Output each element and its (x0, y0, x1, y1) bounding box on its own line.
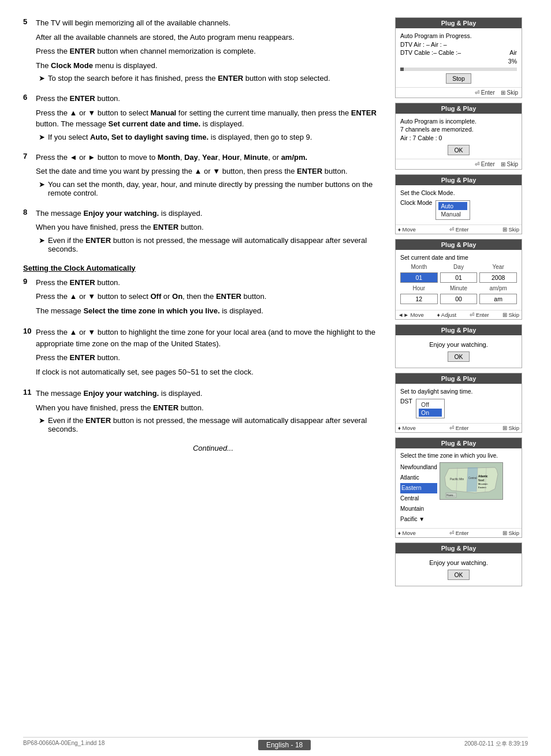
tz-pacific[interactable]: Pacific ▼ (400, 514, 437, 525)
panel2-ok-button[interactable]: OK (448, 145, 469, 155)
panel6-line1: Set to daylight saving time. (400, 387, 517, 396)
panel7-body: Select the time zone in which you live. … (396, 448, 522, 528)
panel4-enter-icon: ⏎ Enter (470, 312, 489, 318)
panel5-title: Plug & Play (396, 325, 522, 335)
svg-text:Newf.: Newf. (478, 479, 485, 482)
panel3-line1: Set the Clock Mode. (400, 189, 517, 197)
step-9-line1: Press the ENTER button. (36, 277, 378, 289)
step-8-content: The message Enjoy your watching. is disp… (36, 208, 378, 253)
arrow-icon-8: ➤ (39, 236, 45, 245)
panel6-dropdown[interactable]: Off On (416, 399, 445, 418)
tz-newfoundland[interactable]: Newfoundland (400, 462, 437, 473)
panel1-enter-icon: ⏎ Enter (475, 89, 495, 96)
panel4-year-val[interactable]: 2008 (479, 272, 517, 283)
panel7-move-icon: ♦ Move (398, 530, 416, 536)
svg-text:Hawa...: Hawa... (446, 494, 455, 497)
svg-text:Mountain: Mountain (478, 482, 487, 485)
page: 5 The TV will begin memorizing all of th… (0, 0, 551, 756)
panel3-manual-option[interactable]: Manual (438, 210, 467, 218)
panel7-enter-icon: ⏎ Enter (449, 530, 468, 536)
panel6-on-option[interactable]: On (419, 409, 442, 417)
panel6-title: Plug & Play (396, 373, 522, 384)
page-number: English - 18 (258, 740, 311, 750)
panel3-enter-icon: ⏎ Enter (449, 226, 468, 233)
panel-enjoy-2: Plug & Play Enjoy your watching. OK (395, 542, 522, 586)
panel4-minute-label: Minute (440, 285, 478, 291)
arrow-icon: ➤ (39, 74, 45, 83)
panel3-title: Plug & Play (396, 175, 522, 185)
step-7: 7 Press the ◄ or ► button to move to Mon… (23, 152, 378, 197)
tz-eastern[interactable]: Eastern (400, 483, 437, 493)
panel4-day-val[interactable]: 01 (440, 272, 478, 283)
panel5-ok-button[interactable]: OK (448, 351, 469, 362)
panel-clock-mode: Plug & Play Set the Clock Mode. Clock Mo… (395, 174, 522, 234)
arrow-icon-11: ➤ (39, 416, 45, 425)
svg-text:Central: Central (468, 477, 477, 480)
step-9-number: 9 (23, 277, 35, 286)
panel8-ok-button[interactable]: OK (448, 570, 469, 580)
panel4-minute-val[interactable]: 00 (440, 294, 478, 304)
panel4-title: Plug & Play (396, 239, 522, 250)
panel6-nav: ♦ Move ⏎ Enter ⊞ Skip (396, 423, 522, 432)
panel7-tz-list: Newfoundland Atlantic Eastern Central Mo… (400, 462, 437, 525)
panel4-move-icon: ◄► Move (398, 312, 424, 318)
panel4-month-val[interactable]: 01 (400, 272, 438, 283)
panel-date-time: Plug & Play Set current date and time Mo… (395, 239, 522, 320)
step-11-number: 11 (23, 388, 35, 396)
panel8-title: Plug & Play (396, 543, 522, 553)
panel2-skip-icon: ⊞ Skip (501, 161, 518, 167)
step-11-content: The message Enjoy your watching. is disp… (36, 388, 378, 433)
panel4-adjust-icon: ♦ Adjust (437, 312, 456, 318)
footer-left: BP68-00660A-00Eng_1.indd 18 (23, 740, 105, 750)
panel2-enter-icon: ⏎ Enter (475, 161, 495, 167)
panel6-body: Set to daylight saving time. DST Off On (396, 384, 522, 423)
step-10-line2: Press the ENTER button. (36, 352, 378, 364)
panel-enjoy-1: Plug & Play Enjoy your watching. OK (395, 324, 522, 368)
step-8-note-text: Even if the ENTER button is not pressed,… (48, 236, 378, 253)
panel1-line1: Auto Program in Progress. (400, 32, 517, 40)
panel1-body: Auto Program in Progress. DTV Air : – Ai… (396, 28, 522, 87)
step-6-line2: Press the ▲ or ▼ button to select Manual… (36, 107, 378, 130)
panel2-footer: ⏎ Enter ⊞ Skip (396, 159, 522, 169)
panel2-line1: Auto Program is incomplete. (400, 117, 517, 126)
step-9-line2: Press the ▲ or ▼ button to select Off or… (36, 291, 378, 302)
step-10-line3: If clock is not automatically set, see p… (36, 366, 378, 378)
panel3-label: Clock Mode (400, 199, 432, 206)
panel1-skip-icon: ⊞ Skip (501, 89, 518, 96)
panel3-nav: ♦ Move ⏎ Enter ⊞ Skip (396, 224, 522, 234)
panel4-ampm-val[interactable]: am (479, 294, 517, 304)
panel7-nav: ♦ Move ⏎ Enter ⊞ Skip (396, 528, 522, 537)
panel1-stop-button[interactable]: Stop (446, 73, 471, 84)
panel2-line2: 7 channels are memorized. (400, 125, 517, 134)
step-10-number: 10 (23, 327, 35, 335)
tz-atlantic[interactable]: Atlantic (400, 473, 437, 483)
panel1-cable-info: DTV Cable :– Cable :– (400, 48, 461, 65)
panel4-date-header: Month Day Year (400, 264, 517, 270)
step-10-line1: Press the ▲ or ▼ button to highlight the… (36, 327, 378, 349)
arrow-icon-7: ➤ (39, 180, 45, 189)
panel2-line3: Air : 7 Cable : 0 (400, 134, 517, 143)
panel2-title: Plug & Play (396, 103, 522, 114)
panel4-hour-val[interactable]: 12 (400, 294, 438, 304)
panel4-time-header: Hour Minute am/pm (400, 285, 517, 291)
panel3-dropdown[interactable]: Auto Manual (435, 200, 470, 220)
panel6-off-option[interactable]: Off (419, 401, 442, 409)
step-5-number: 5 (23, 17, 35, 26)
tz-central[interactable]: Central (400, 493, 437, 504)
panel6-enter-icon: ⏎ Enter (449, 425, 468, 431)
step-5-line4: The Clock Mode menu is displayed. (36, 60, 378, 72)
step-5: 5 The TV will begin memorizing all of th… (23, 17, 378, 83)
panel3-auto-option[interactable]: Auto (438, 202, 467, 210)
step-11-line2: When you have finished, press the ENTER … (36, 402, 378, 414)
panel1-line2: DTV Air : – Air : – (400, 40, 517, 49)
step-11: 11 The message Enjoy your watching. is d… (23, 388, 378, 433)
step-7-note-text: You can set the month, day, year, hour, … (48, 180, 378, 197)
panel7-title: Plug & Play (396, 438, 522, 448)
panel4-date-vals: 01 01 2008 (400, 272, 517, 283)
tz-mountain[interactable]: Mountain (400, 504, 437, 514)
continued-label: Continued... (23, 444, 233, 452)
step-6-content: Press the ENTER button. Press the ▲ or ▼… (36, 93, 378, 141)
panel1-footer: ⏎ Enter ⊞ Skip (396, 87, 522, 98)
tz-map-svg: Pacific Mtn Central Atlantic Newf. Mount… (440, 463, 503, 500)
panel-timezone: Plug & Play Select the time zone in whic… (395, 437, 522, 538)
